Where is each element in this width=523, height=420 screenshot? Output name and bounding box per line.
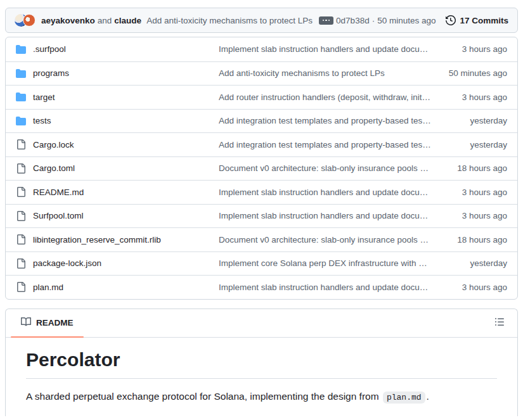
commit-meta: 0d7b38d · 50 minutes ago <box>336 16 436 25</box>
tab-readme[interactable]: README <box>11 309 84 337</box>
file-name-cell: Surfpool.toml <box>16 211 219 221</box>
commit-avatars <box>15 14 36 27</box>
avatar-claude[interactable] <box>23 14 36 27</box>
commit-message-link[interactable]: Implement slab instruction handlers and … <box>219 188 431 197</box>
folder-icon <box>16 116 26 126</box>
folder-icon <box>16 68 26 79</box>
folder-icon <box>16 92 26 102</box>
commit-time: 18 hours ago <box>431 235 507 245</box>
commit-time: yesterday <box>431 140 507 150</box>
commit-time: 3 hours ago <box>431 44 507 54</box>
file-name-cell: target <box>16 92 219 102</box>
commit-message-link[interactable]: Document v0 architecture: slab-only insu… <box>219 163 431 173</box>
file-name-cell: .surfpool <box>16 44 219 54</box>
commit-description-expand-button[interactable] <box>319 16 333 25</box>
file-icon <box>16 258 26 269</box>
commit-meta-separator: · <box>372 16 375 25</box>
history-icon <box>446 15 456 25</box>
file-table: .surfpoolImplement slab instruction hand… <box>5 37 518 300</box>
table-row: Surfpool.tomlImplement slab instruction … <box>6 204 517 228</box>
readme-outline-button[interactable] <box>492 314 507 331</box>
commit-message-link[interactable]: Add router instruction handlers (deposit… <box>219 92 431 102</box>
tab-readme-label: README <box>36 318 74 328</box>
table-row: Cargo.lockAdd integration test templates… <box>6 132 517 156</box>
table-row: testsAdd integration test templates and … <box>6 109 517 133</box>
commit-message-link[interactable]: Add integration test templates and prope… <box>219 116 431 125</box>
commit-author-1[interactable]: aeyakovenko <box>41 16 95 25</box>
table-row: .surfpoolImplement slab instruction hand… <box>6 37 517 61</box>
readme-paragraph: A sharded perpetual exchange protocol fo… <box>26 389 497 404</box>
table-row: libintegration_reserve_commit.rlibDocume… <box>6 227 517 251</box>
commit-time: 18 hours ago <box>431 163 507 173</box>
table-row: programsAdd anti-toxicity mechanisms to … <box>6 61 517 86</box>
readme-panel: README Percolator A sharded perpetual ex… <box>5 309 518 416</box>
file-link[interactable]: Cargo.lock <box>33 140 74 150</box>
commit-count: 17 Commits <box>460 16 508 25</box>
commit-author-2[interactable]: claude <box>114 16 141 25</box>
inline-code-plan-md: plan.md <box>383 391 425 404</box>
file-link[interactable]: programs <box>33 68 69 78</box>
commit-time: 50 minutes ago <box>431 68 507 78</box>
file-link[interactable]: package-lock.json <box>33 258 101 268</box>
file-name-cell: Cargo.toml <box>16 163 219 174</box>
latest-commit-bar: aeyakovenko and claude Add anti-toxicity… <box>5 8 518 33</box>
commit-time: 3 hours ago <box>431 92 507 102</box>
commit-message-link[interactable]: Implement core Solana perp DEX infrastru… <box>219 258 431 268</box>
commit-time: 3 hours ago <box>431 211 507 220</box>
file-link[interactable]: .surfpool <box>33 44 66 54</box>
file-link[interactable]: tests <box>33 116 51 125</box>
commit-time: yesterday <box>431 116 507 125</box>
commit-message-link[interactable]: Add anti-toxicity mechanisms to protect … <box>219 68 431 78</box>
book-icon <box>21 317 31 329</box>
commit-message-link[interactable]: Add integration test templates and prope… <box>219 140 431 150</box>
file-name-cell: package-lock.json <box>16 258 219 269</box>
commit-time: 50 minutes ago <box>377 16 436 25</box>
commit-message-link[interactable]: Implement slab instruction handlers and … <box>219 283 431 292</box>
commit-time: 3 hours ago <box>431 188 507 197</box>
table-row: targetAdd router instruction handlers (d… <box>6 85 517 109</box>
commit-author-conjunction: and <box>98 16 112 25</box>
readme-paragraph-period: . <box>427 391 429 402</box>
file-name-cell: programs <box>16 68 219 79</box>
table-row: README.mdImplement slab instruction hand… <box>6 180 517 204</box>
table-row: package-lock.jsonImplement core Solana p… <box>6 251 517 276</box>
file-name-cell: README.md <box>16 187 219 197</box>
commit-message-link[interactable]: Implement slab instruction handlers and … <box>219 211 431 220</box>
commit-message-link[interactable]: Implement slab instruction handlers and … <box>219 44 431 54</box>
commit-time: yesterday <box>431 258 507 268</box>
file-name-cell: Cargo.lock <box>16 139 219 150</box>
file-icon <box>16 139 26 150</box>
file-link[interactable]: target <box>33 92 55 102</box>
file-icon <box>16 211 26 221</box>
file-icon <box>16 187 26 197</box>
file-link[interactable]: libintegration_reserve_commit.rlib <box>33 235 161 245</box>
list-outline-icon <box>494 317 505 329</box>
file-name-cell: tests <box>16 116 219 126</box>
commit-time: 3 hours ago <box>431 283 507 292</box>
file-icon <box>16 163 26 174</box>
file-icon <box>16 282 26 292</box>
folder-icon <box>16 44 26 54</box>
file-link[interactable]: README.md <box>33 188 84 197</box>
file-name-cell: libintegration_reserve_commit.rlib <box>16 234 219 245</box>
readme-title: Percolator <box>26 349 497 379</box>
commit-history-link[interactable]: 17 Commits <box>446 15 508 25</box>
file-link[interactable]: Surfpool.toml <box>33 211 84 220</box>
readme-header: README <box>6 309 517 338</box>
file-link[interactable]: Cargo.toml <box>33 163 75 173</box>
file-icon <box>16 234 26 245</box>
commit-hash[interactable]: 0d7b38d <box>336 16 370 25</box>
file-link[interactable]: plan.md <box>33 283 63 292</box>
table-row: Cargo.tomlDocument v0 architecture: slab… <box>6 156 517 181</box>
readme-paragraph-text: A sharded perpetual exchange protocol fo… <box>26 391 379 402</box>
file-name-cell: plan.md <box>16 282 219 292</box>
readme-content: Percolator A sharded perpetual exchange … <box>6 338 517 404</box>
commit-message[interactable]: Add anti-toxicity mechanisms to protect … <box>146 16 313 25</box>
repo-page: aeyakovenko and claude Add anti-toxicity… <box>0 0 523 416</box>
table-row: plan.mdImplement slab instruction handle… <box>6 275 517 299</box>
commit-message-link[interactable]: Document v0 architecture: slab-only insu… <box>219 235 431 245</box>
